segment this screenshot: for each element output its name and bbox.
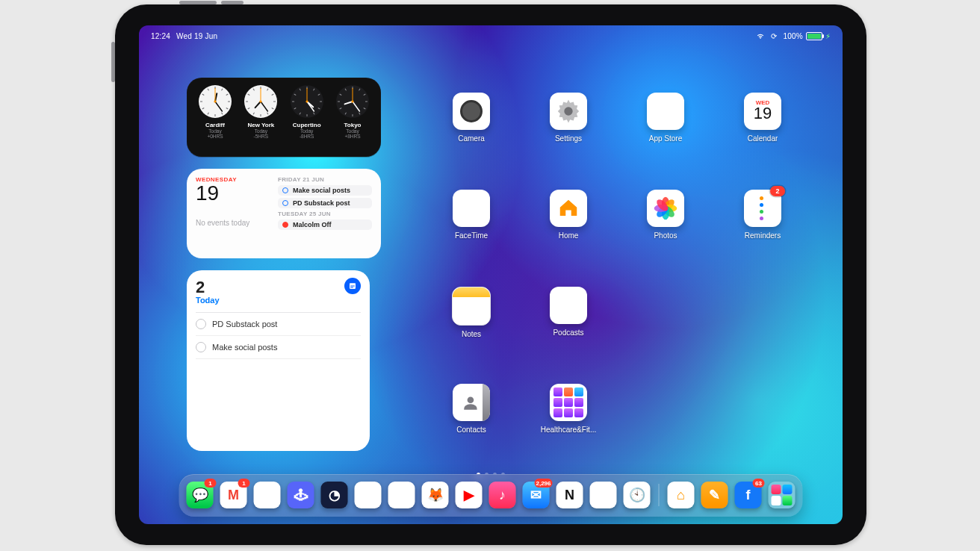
- settings-icon: [550, 93, 587, 130]
- reminders-today-icon: [344, 278, 361, 294]
- world-clock-widget[interactable]: Cardiff Today+0HRS New York Today-5HRS C: [187, 78, 381, 157]
- camera-icon: [453, 93, 490, 130]
- app-facetime[interactable]: FaceTime: [423, 190, 520, 287]
- notification-badge: 1: [238, 479, 250, 488]
- dock-app-gmail[interactable]: M1: [220, 482, 247, 508]
- calendar-upcoming-date: FRIDAY 21 JUN: [278, 176, 372, 183]
- app-icon-grid: CameraSettingsApp StoreWED19CalendarFace…: [423, 93, 811, 481]
- dock-app-chrome[interactable]: ◉: [355, 482, 382, 508]
- dock-app-discord[interactable]: 🕹: [288, 482, 314, 508]
- wifi-icon: [756, 32, 765, 40]
- app-podcasts[interactable]: Podcasts: [520, 287, 617, 384]
- ipad-device-frame: 12:24 Wed 19 Jun ⟳ 100% ⚡︎: [115, 4, 866, 545]
- app-label: Notes: [462, 330, 481, 338]
- svg-point-50: [306, 100, 308, 102]
- app-healthcare-fit-[interactable]: Healthcare&Fit...: [520, 384, 617, 481]
- folder-icon: [550, 384, 587, 421]
- photos-icon: [647, 190, 684, 227]
- dock-app-speedtest[interactable]: ◔: [321, 482, 348, 508]
- reminder-item[interactable]: Make social posts: [196, 336, 361, 359]
- reminder-checkbox[interactable]: [196, 342, 206, 352]
- calendar-no-events: No events today: [196, 219, 278, 227]
- app-label: Reminders: [745, 231, 781, 240]
- app-app-store[interactable]: App Store: [617, 93, 714, 190]
- app-reminders[interactable]: 2Reminders: [714, 190, 811, 287]
- battery-indicator: 100% ⚡︎: [783, 32, 831, 40]
- app-label: Podcasts: [553, 329, 583, 337]
- app-label: Settings: [555, 134, 582, 143]
- notes-icon: [452, 287, 491, 326]
- reminders-today-label: Today: [196, 296, 220, 305]
- calendar-upcoming-date: TUESDAY 25 JUN: [278, 211, 372, 217]
- ipad-home-screen[interactable]: 12:24 Wed 19 Jun ⟳ 100% ⚡︎: [139, 25, 843, 524]
- dock-app-mail[interactable]: ✉2,296: [523, 482, 550, 508]
- notification-badge: 63: [753, 479, 765, 488]
- dock-app-files[interactable]: 🗂: [590, 482, 617, 508]
- svg-rect-70: [350, 286, 355, 287]
- calendar-event: PD Substack post: [278, 198, 372, 208]
- notification-badge: 2: [770, 186, 785, 196]
- app-label: FaceTime: [455, 231, 488, 240]
- app-contacts[interactable]: Contacts: [423, 384, 520, 481]
- home-icon: [550, 190, 587, 227]
- reminder-checkbox[interactable]: [196, 319, 206, 329]
- status-time: 12:24: [151, 32, 170, 40]
- facetime-icon: [453, 190, 490, 227]
- dock-app-home[interactable]: ⌂: [668, 482, 695, 508]
- calendar-day: 19: [196, 181, 278, 205]
- svg-rect-73: [464, 204, 474, 213]
- status-date: Wed 19 Jun: [176, 32, 217, 40]
- world-clock-tokyo: Tokyo Today+8HRS: [333, 84, 372, 152]
- calendar-event: Make social posts: [278, 185, 372, 196]
- calendar-widget[interactable]: WEDNESDAY 19 No events today FRIDAY 21 J…: [187, 169, 381, 258]
- app-label: Healthcare&Fit...: [541, 426, 596, 434]
- dock-app-youtube[interactable]: ▶: [456, 482, 483, 508]
- app-label: Camera: [458, 134, 485, 143]
- dock-separator: [659, 484, 660, 506]
- calendar-icon: WED19: [744, 93, 781, 130]
- dock-app-messages[interactable]: 💬1: [187, 482, 214, 508]
- widgets-column: Cardiff Today+0HRS New York Today-5HRS C: [187, 78, 381, 451]
- dock: 💬1M1※🕹◔◉✦🦊▶♪✉2,296N🗂🕙⌂✎f63: [179, 474, 803, 517]
- dock-app-notion[interactable]: N: [556, 482, 583, 508]
- app-home[interactable]: Home: [520, 190, 617, 287]
- dock-app-music[interactable]: ♪: [489, 482, 516, 508]
- reminder-item[interactable]: PD Substack post: [196, 313, 361, 336]
- dock-app-pages[interactable]: ✎: [701, 482, 728, 508]
- world-clock-new-york: New York Today-5HRS: [241, 84, 280, 152]
- app-label: Photos: [654, 231, 677, 240]
- status-bar: 12:24 Wed 19 Jun ⟳ 100% ⚡︎: [151, 30, 831, 42]
- svg-rect-71: [350, 287, 353, 288]
- svg-rect-69: [350, 284, 356, 285]
- app-photos[interactable]: Photos: [617, 190, 714, 287]
- reminders-count: 2: [196, 278, 220, 297]
- dock-app-app-library[interactable]: [769, 482, 796, 508]
- svg-point-33: [260, 100, 262, 102]
- app-settings[interactable]: Settings: [520, 93, 617, 190]
- app-camera[interactable]: Camera: [423, 93, 520, 190]
- battery-pct: 100%: [783, 32, 802, 40]
- dock-app-safari[interactable]: ✦: [388, 482, 415, 508]
- notification-badge: 1: [205, 479, 217, 488]
- svg-point-83: [468, 396, 474, 403]
- svg-point-16: [214, 100, 216, 102]
- app-notes[interactable]: Notes: [423, 287, 520, 384]
- podcasts-icon: [550, 287, 587, 324]
- dock-app-facebook[interactable]: f63: [735, 482, 762, 508]
- world-clock-cardiff: Cardiff Today+0HRS: [196, 84, 235, 152]
- app-store-icon: [647, 93, 684, 130]
- reminders-widget[interactable]: 2 Today PD Substack postMake social post…: [187, 270, 370, 451]
- notification-badge: 2,296: [534, 479, 552, 488]
- app-label: App Store: [649, 134, 682, 143]
- app-label: Home: [559, 231, 579, 240]
- app-label: Contacts: [456, 426, 486, 434]
- calendar-event: Malcolm Off: [278, 220, 372, 230]
- dock-app-slack[interactable]: ※: [254, 482, 281, 508]
- dock-app-clock[interactable]: 🕙: [624, 482, 651, 508]
- charging-bolt-icon: ⚡︎: [825, 32, 831, 40]
- app-calendar[interactable]: WED19Calendar: [714, 93, 811, 190]
- svg-point-82: [567, 301, 571, 305]
- contacts-icon: [453, 384, 490, 421]
- world-clock-cupertino: Cupertino Today-8HRS: [288, 84, 326, 152]
- dock-app-firefox[interactable]: 🦊: [422, 482, 449, 508]
